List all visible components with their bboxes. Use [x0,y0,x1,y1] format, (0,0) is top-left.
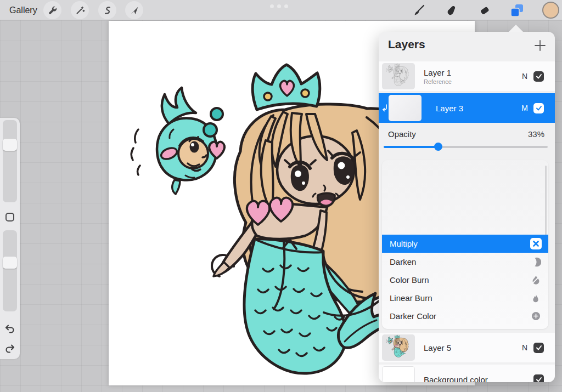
check-icon [536,344,542,351]
darken-moon-icon [530,256,542,268]
eraser-icon [478,4,491,17]
multiply-icon [530,238,542,249]
layer-5-thumbnail[interactable] [382,334,415,361]
brush-opacity-knob[interactable] [3,257,17,269]
opacity-slider-knob[interactable] [434,143,442,151]
layers-button[interactable] [509,3,525,18]
selection-button[interactable] [98,1,116,19]
darker-color-icon [530,310,542,322]
color-burn-icon [530,274,542,286]
opacity-label: Opacity [388,129,416,139]
blend-mode-darken[interactable]: Darken [382,253,548,271]
redo-icon [4,343,15,354]
blend-mode-letter[interactable]: N [519,343,530,352]
top-toolbar: Gallery [0,0,562,20]
layer-name: Layer 1 [424,68,519,77]
blend-mode-color-burn[interactable]: Color Burn [382,271,548,289]
opacity-slider-fill [384,146,438,148]
layer-subtitle: Reference [424,78,519,85]
layer-visibility-checkbox[interactable] [533,71,544,82]
transform-button[interactable] [125,1,143,19]
layers-panel: Layers Layer 1 Reference N Layer 3 M Opa… [379,32,555,382]
actions-button[interactable] [43,1,61,19]
add-layer-button[interactable] [533,38,547,53]
wrench-icon [48,5,58,15]
smudge-button[interactable] [444,3,459,18]
layers-panel-header: Layers [379,32,555,59]
plus-icon [533,38,547,53]
layer-name: Layer 5 [424,343,519,353]
blend-mode-list: Multiply Darken Color Burn Linear Burn D [382,160,548,329]
background-color-thumbnail[interactable] [382,366,415,382]
brush-opacity-slider[interactable] [3,230,17,311]
modify-button[interactable] [5,213,14,221]
erase-button[interactable] [477,3,492,18]
opacity-block: Opacity 33% [379,125,555,158]
redo-button[interactable] [4,343,15,354]
layer-3-thumbnail[interactable] [389,95,422,121]
panel-title: Layers [388,38,425,51]
panel-caret [508,25,524,32]
transform-arrow-icon [130,5,139,15]
brush-icon [412,4,425,17]
layer-row-layer-3[interactable]: Layer 3 M [379,93,555,123]
check-icon [536,376,542,382]
magic-wand-icon [75,5,85,15]
brush-size-knob[interactable] [3,139,17,151]
blend-mode-multiply[interactable]: Multiply [382,235,548,253]
layer-row-layer-1[interactable]: Layer 1 Reference N [379,61,555,91]
layer-visibility-checkbox[interactable] [533,343,544,353]
linear-burn-flame-icon [530,292,542,304]
blend-mode-darker-color[interactable]: Darker Color [382,307,548,325]
opacity-value: 33% [528,129,544,139]
gallery-button[interactable]: Gallery [9,0,37,20]
layer-visibility-checkbox[interactable] [533,374,544,383]
check-icon [536,73,542,79]
clipping-mask-arrow-icon [381,104,388,112]
selection-s-icon [103,5,113,15]
layer-name: Background color [424,375,519,383]
multitasking-dots [270,4,288,8]
color-swatch[interactable] [542,2,559,19]
brush-size-slider[interactable] [3,120,17,202]
blend-mode-letter[interactable]: N [519,72,530,81]
layers-icon [510,3,524,18]
procreate-app: { "toolbar": { "gallery_label": "Gallery… [0,0,562,392]
layer-row-layer-5[interactable]: Layer 5 N [379,333,555,362]
blend-mode-letter[interactable]: M [519,104,530,112]
paint-button[interactable] [411,3,426,18]
blend-mode-linear-burn[interactable]: Linear Burn [382,289,548,307]
layer-1-thumbnail[interactable] [382,63,415,89]
sidebar [0,118,20,359]
smudge-icon [445,4,458,17]
undo-icon [4,323,15,334]
layer-row-background-color[interactable]: Background color [379,365,555,382]
layer-name: Layer 3 [436,104,519,113]
check-icon [536,105,542,111]
adjustments-button[interactable] [71,1,89,19]
opacity-slider[interactable] [384,146,548,148]
layer-visibility-checkbox[interactable] [533,103,544,113]
undo-button[interactable] [4,323,15,334]
